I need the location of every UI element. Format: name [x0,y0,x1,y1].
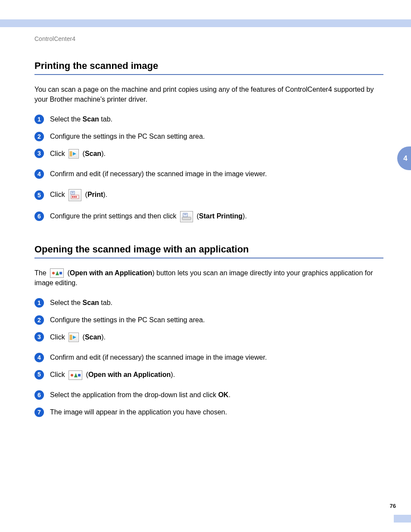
text: Click [50,150,67,157]
step-text: Configure the settings in the PC Scan se… [50,131,383,142]
bold: Scan [83,299,99,306]
step-num-3: 3 [34,332,44,342]
sec2-step2: 2 Configure the settings in the PC Scan … [34,314,383,326]
text: tab. [99,115,112,123]
breadcrumb: ControlCenter4 [34,35,383,42]
svg-rect-17 [71,335,72,340]
text: Click [50,371,67,378]
step-text: The image will appear in the application… [50,407,383,418]
svg-rect-0 [70,151,71,156]
section1-heading: Printing the scanned image [34,60,383,75]
step-num-7: 7 [34,408,44,417]
bold: Scan [85,333,101,341]
sec1-step2: 2 Configure the settings in the PC Scan … [34,131,383,142]
step-num-1: 1 [34,115,44,124]
sec1-step1: 1 Select the Scan tab. [34,114,383,125]
footer-bar [394,515,411,523]
text: Select the application from the drop-dow… [50,391,218,398]
svg-rect-15 [59,272,62,274]
sec1-step6: 6 Configure the print settings and then … [34,211,383,222]
bold: Open with an Application [88,371,171,378]
svg-rect-20 [78,374,81,376]
svg-point-14 [52,272,55,274]
text: Configure the print settings and then cl… [50,212,178,220]
start-printing-icon [180,211,193,222]
svg-rect-7 [74,196,75,198]
sec2-step1: 1 Select the Scan tab. [34,297,383,308]
step-num-6: 6 [34,212,44,221]
step-text: Select the application from the drop-dow… [50,389,383,401]
step-num-4: 4 [34,353,44,362]
sec2-step5: 5 Click (Open with an Application). [34,369,383,380]
step-num-4: 4 [34,169,44,179]
step-num-6: 6 [34,390,44,400]
bold: OK [218,391,228,398]
bold: Print [87,191,103,198]
bold: Start Printing [199,212,243,220]
step-text: Select the Scan tab. [50,114,383,125]
step-text: Click (Open with an Application). [50,369,383,380]
section2-heading: Opening the scanned image with an applic… [34,244,383,258]
step-num-5: 5 [34,190,44,200]
text: tab. [99,299,112,306]
svg-rect-8 [75,196,77,198]
bold: Open with an Application [70,269,152,277]
chapter-tab: 4 [397,146,411,170]
svg-rect-1 [71,151,72,156]
open-app-icon [50,268,64,278]
sec1-step5: 5 Click (Print). [34,189,383,201]
open-app-icon [68,370,82,380]
section2-intro: The (Open with an Application) button le… [34,268,383,288]
step-text: Confirm and edit (if necessary) the scan… [50,352,383,363]
print-icon [68,189,81,201]
sec2-step6: 6 Select the application from the drop-d… [34,389,383,401]
svg-rect-16 [70,335,71,340]
step-num-5: 5 [34,370,44,380]
bold: Scan [83,115,99,123]
step-num-2: 2 [34,315,44,325]
step-num-3: 3 [34,149,44,158]
svg-point-19 [71,374,73,376]
page-number: 76 [390,503,396,509]
step-text: Click (Scan). [50,332,383,343]
step-text: Click (Scan). [50,148,383,159]
scan-icon [68,333,79,342]
step-text: Configure the print settings and then cl… [50,211,383,222]
sec2-step7: 7 The image will appear in the applicati… [34,407,383,418]
step-text: Configure the settings in the PC Scan se… [50,314,383,326]
svg-rect-12 [182,217,191,220]
text: The [34,269,48,277]
scan-icon [68,149,79,159]
sec1-step3: 3 Click (Scan). [34,148,383,159]
sec1-step4: 4 Confirm and edit (if necessary) the sc… [34,168,383,180]
step-text: Confirm and edit (if necessary) the scan… [50,168,383,180]
text: Select the [50,115,83,123]
text: Click [50,333,67,341]
svg-rect-6 [72,196,73,198]
bold: Scan [85,150,101,157]
section1-intro: You can scan a page on the machine and p… [34,84,383,104]
step-num-2: 2 [34,132,44,141]
text: Select the [50,299,83,306]
step-num-1: 1 [34,298,44,308]
top-header-bar [0,19,411,27]
sec2-step4: 4 Confirm and edit (if necessary) the sc… [34,352,383,363]
text: Click [50,191,67,198]
sec2-step3: 3 Click (Scan). [34,332,383,343]
step-text: Click (Print). [50,189,383,201]
step-text: Select the Scan tab. [50,297,383,308]
page-content: ControlCenter4 Printing the scanned imag… [34,35,383,424]
